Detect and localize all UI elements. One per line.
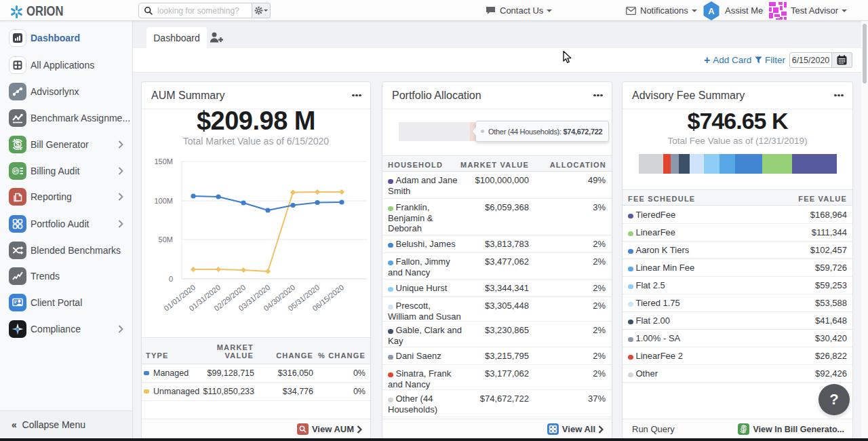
svg-text:0: 0 [169, 275, 173, 283]
svg-text:$: $ [16, 140, 20, 149]
svg-text:150M: 150M [154, 157, 173, 166]
svg-text:100M: 100M [154, 197, 173, 205]
svg-text:$: $ [743, 426, 745, 432]
svg-text:50M: 50M [159, 235, 173, 244]
svg-text:$: $ [14, 168, 18, 174]
svg-text:A: A [708, 6, 715, 16]
